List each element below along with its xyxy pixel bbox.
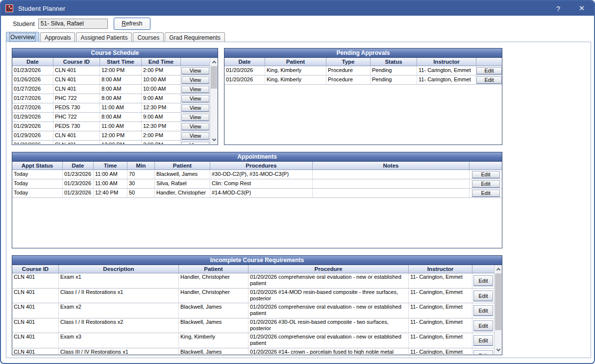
cell: View: [181, 94, 210, 103]
student-input[interactable]: [38, 19, 108, 29]
tab-assigned-patients[interactable]: Assigned Patients: [76, 32, 132, 42]
view-button[interactable]: View: [181, 123, 209, 130]
cell: Pending: [371, 75, 417, 84]
edit-button[interactable]: Edit: [473, 320, 493, 331]
scrollbar-thumb[interactable]: [495, 273, 501, 330]
tab-courses[interactable]: Courses: [133, 32, 164, 42]
cell: Edit: [472, 333, 494, 348]
edit-button[interactable]: Edit: [472, 190, 500, 197]
view-button[interactable]: View: [181, 67, 209, 74]
cell: Edit: [472, 318, 494, 333]
view-button[interactable]: View: [181, 142, 209, 145]
edit-button[interactable]: Edit: [476, 76, 502, 84]
window-title: Student Planner: [18, 5, 65, 12]
table-row[interactable]: CLN 401Exam x1Handler, Christopher01/20/…: [12, 273, 494, 289]
cell: [313, 170, 470, 179]
column-header: Type: [326, 58, 371, 66]
table-row[interactable]: 01/29/2026CLN 40112:00 PM2:00 PMView: [12, 131, 210, 141]
cell: CLN 401: [12, 273, 59, 288]
cell: 01/29/2026: [12, 131, 53, 140]
view-button[interactable]: View: [181, 132, 209, 140]
cell: 01/29/2026: [12, 122, 53, 131]
table-row[interactable]: CLN 401Class III / IV Restorations x1Bla…: [12, 348, 494, 355]
edit-button[interactable]: Edit: [473, 350, 493, 354]
tab-approvals[interactable]: Approvals: [40, 32, 75, 42]
scrollbar-thumb[interactable]: [211, 66, 217, 89]
tab-grad-requirements[interactable]: Grad Requirements: [165, 32, 225, 42]
panel-title: Course Schedule: [12, 49, 218, 58]
cell: Clin: Comp Rest: [210, 179, 313, 188]
edit-button[interactable]: Edit: [472, 171, 500, 178]
tab-overview[interactable]: Overview: [6, 32, 39, 42]
table-row[interactable]: CLN 401Exam x3King, Kimberly01/20/2026 c…: [12, 333, 494, 348]
cell: 9:00 AM: [142, 94, 181, 103]
table-row[interactable]: 01/29/2026PHC 7228:00 AM9:00 AMView: [12, 113, 210, 122]
view-button[interactable]: View: [181, 104, 209, 112]
table-row[interactable]: 01/20/2026King, KimberlyProcedurePending…: [224, 75, 502, 85]
table-row[interactable]: Today01/23/202611:00 AM30Silva, RafaelCl…: [12, 179, 502, 189]
edit-button[interactable]: Edit: [473, 291, 493, 301]
edit-button[interactable]: Edit: [476, 67, 502, 74]
cell: 01/27/2026: [12, 94, 53, 103]
scroll-up-button[interactable]: [210, 58, 218, 66]
scroll-down-button[interactable]: [210, 136, 218, 144]
cell: 01/20/2026 comprehensive oral evaluation…: [248, 303, 409, 318]
table-row[interactable]: CLN 401Class I / II Restorations x2Black…: [12, 318, 494, 334]
cell: Handler, Christopher: [179, 273, 248, 288]
view-button[interactable]: View: [181, 95, 209, 102]
help-icon[interactable]: ?: [553, 4, 564, 13]
column-header: [181, 58, 210, 66]
appointments-panel: Appointments Appt StatusDateTimeMinPatie…: [12, 152, 502, 248]
table-row[interactable]: 01/20/2026King, KimberlyProcedurePending…: [224, 66, 502, 75]
cell: Edit: [470, 189, 502, 197]
table-row[interactable]: 01/26/2026CLN 4018:00 AM10:00 AMView: [12, 75, 210, 85]
cell: Class III / IV Restorations x1: [59, 348, 179, 355]
edit-button[interactable]: Edit: [473, 305, 493, 316]
view-button[interactable]: View: [181, 86, 209, 93]
cell: 11- Carington, Emmet: [409, 303, 472, 318]
cell: Procedure: [326, 66, 371, 75]
tab-strip: OverviewApprovalsAssigned PatientsCourse…: [6, 32, 226, 42]
cell: CLN 401: [12, 333, 59, 348]
refresh-button[interactable]: Refresh: [114, 18, 150, 30]
cell: #14-MOD-C3(P): [210, 189, 313, 197]
table-row[interactable]: 01/27/2026PHC 7228:00 AM9:00 AMView: [12, 94, 210, 103]
column-header: Patient: [179, 265, 248, 273]
table-row[interactable]: 01/30/2026CLN 40112:00 PM2:00 PMView: [12, 141, 210, 144]
table-row[interactable]: 01/27/2026PEDS 73011:00 AM12:30 PMView: [12, 103, 210, 113]
cell: 01/20/2026: [224, 75, 265, 84]
edit-button[interactable]: Edit: [473, 275, 493, 286]
appointments-table: Appt StatusDateTimeMinPatientProceduresN…: [12, 162, 502, 247]
table-row[interactable]: CLN 401Exam x2Blackwell, James01/20/2026…: [12, 303, 494, 318]
cell: 12:00 PM: [100, 66, 142, 75]
table-row[interactable]: Today01/23/202612:40 PM50Handler, Christ…: [12, 189, 502, 198]
tab-label: Grad Requirements: [169, 34, 221, 41]
table-row[interactable]: Today01/23/202611:00 AM70Blackwell, Jame…: [12, 170, 502, 179]
cell: King, Kimberly: [265, 75, 326, 84]
cell: 12:40 PM: [94, 189, 127, 197]
close-icon[interactable]: ✕: [576, 4, 587, 13]
cell: CLN 401: [12, 303, 59, 318]
column-header: Appt Status: [12, 162, 63, 170]
column-header: Start Time: [100, 58, 142, 66]
cell: 11- Carington, Emmet: [417, 66, 476, 75]
scroll-down-button[interactable]: [495, 346, 502, 354]
cell: 01/20/2026 comprehensive oral evaluation…: [248, 333, 409, 348]
view-button[interactable]: View: [181, 114, 209, 121]
table-row[interactable]: 01/27/2026CLN 4018:00 AM10:00 AMView: [12, 85, 210, 94]
cell: 01/23/2026: [63, 189, 94, 197]
table-row[interactable]: CLN 401Class I / II Restorations x1Handl…: [12, 289, 494, 304]
scrollbar[interactable]: [494, 265, 502, 354]
column-header: Date: [224, 58, 265, 66]
scrollbar[interactable]: [210, 58, 218, 144]
edit-button[interactable]: Edit: [473, 335, 493, 346]
table-row[interactable]: 01/23/2026CLN 40112:00 PM2:00 PMView: [12, 66, 210, 75]
scroll-up-button[interactable]: [495, 265, 502, 273]
table-row[interactable]: 01/29/2026PEDS 73011:00 AM12:30 PMView: [12, 122, 210, 131]
column-header: End Time: [142, 58, 181, 66]
view-button[interactable]: View: [181, 76, 209, 84]
edit-button[interactable]: Edit: [472, 180, 500, 188]
table-header-row: Course IDDescriptionPatientProcedureInst…: [12, 265, 494, 273]
cell: View: [181, 66, 210, 75]
cell: Class I / II Restorations x1: [59, 289, 179, 303]
